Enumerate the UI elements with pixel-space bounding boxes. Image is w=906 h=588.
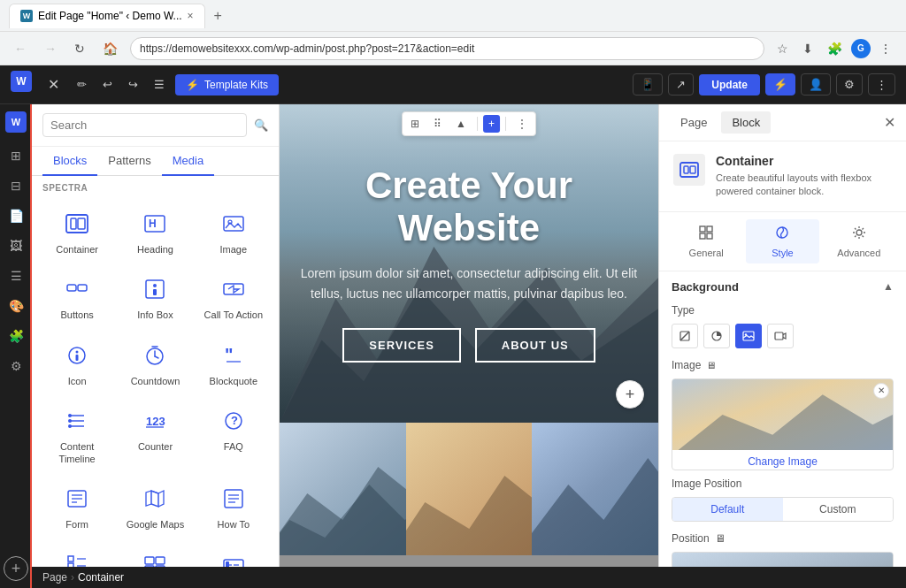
sidebar-icon-widgets[interactable]: ☰ <box>2 262 30 290</box>
settings-button[interactable]: ⚙ <box>836 73 863 95</box>
block-item-timeline[interactable]: Content Timeline <box>39 397 115 474</box>
block-item-countdown[interactable]: Countdown <box>117 332 193 395</box>
svg-rect-8 <box>78 285 87 291</box>
tab-media[interactable]: Media <box>162 147 214 176</box>
back-button[interactable]: ← <box>9 38 32 59</box>
svg-rect-46 <box>690 166 695 173</box>
type-video-button[interactable] <box>767 324 794 348</box>
close-editor-button[interactable]: ✕ <box>41 73 66 96</box>
wp-sidebar-bottom: + <box>4 556 28 581</box>
home-button[interactable]: 🏠 <box>97 38 123 59</box>
address-bar[interactable] <box>130 37 764 60</box>
block-label-countdown: Countdown <box>131 375 180 387</box>
position-custom-button[interactable]: Custom <box>783 498 894 521</box>
wp-admin-logo[interactable]: W <box>5 111 27 133</box>
block-item-form[interactable]: Form <box>39 475 115 538</box>
background-section-header[interactable]: Background ▲ <box>659 271 906 299</box>
browser-tab-bar: W Edit Page "Home" ‹ Demo W... × + <box>0 0 906 32</box>
profile-avatar[interactable]: G <box>851 39 871 58</box>
preview-mobile-button[interactable]: 📱 <box>633 73 663 95</box>
style-tab-advanced[interactable]: Advanced <box>823 219 895 263</box>
style-icon <box>774 225 790 244</box>
position-default-button[interactable]: Default <box>672 498 783 521</box>
block-item-howto[interactable]: How To <box>196 475 272 538</box>
breadcrumb-page-link[interactable]: Page <box>42 571 67 584</box>
block-item-faq[interactable]: ? FAQ <box>196 397 272 474</box>
tab-close-icon[interactable]: × <box>188 10 194 22</box>
hero-about-button[interactable]: ABOUT US <box>475 328 595 363</box>
canvas-more-button[interactable]: ⋮ <box>511 115 533 133</box>
sidebar-icon-pages[interactable]: 📄 <box>2 202 30 230</box>
reload-button[interactable]: ↻ <box>69 38 90 59</box>
list-view-button[interactable]: ☰ <box>149 74 170 95</box>
template-kits-button[interactable]: ⚡ Template Kits <box>175 74 279 95</box>
svg-rect-5 <box>224 217 243 231</box>
panel-close-button[interactable]: ✕ <box>884 114 895 131</box>
tab-blocks[interactable]: Blocks <box>42 147 97 176</box>
general-icon <box>698 225 714 244</box>
block-icon-image <box>218 208 250 240</box>
sidebar-icon-customize[interactable]: 🎨 <box>2 292 30 320</box>
block-item-cta[interactable]: Call To Action <box>196 265 272 329</box>
add-new-button[interactable]: + <box>4 556 28 581</box>
canvas-add-section-button[interactable]: + <box>616 380 644 409</box>
block-icon-heading: H <box>139 208 171 240</box>
tab-patterns[interactable]: Patterns <box>97 147 161 176</box>
remove-image-button[interactable]: ✕ <box>873 383 889 399</box>
block-label-cta: Call To Action <box>204 309 263 321</box>
sidebar-icon-media[interactable]: 🖼 <box>2 232 30 260</box>
blocks-search-input[interactable] <box>42 113 247 137</box>
svg-line-53 <box>680 332 689 340</box>
position-toggle: Default Custom <box>672 497 894 522</box>
change-image-button[interactable]: Change Image <box>672 450 893 470</box>
brush-tool-button[interactable]: ✏ <box>72 74 92 95</box>
downloads-button[interactable]: ⬇ <box>797 38 818 59</box>
sidebar-icon-settings[interactable]: ⚙ <box>2 352 30 380</box>
block-item-counter[interactable]: 123 Counter <box>117 397 193 474</box>
update-button[interactable]: Update <box>699 74 760 95</box>
block-item-buttons[interactable]: Buttons <box>39 265 115 329</box>
style-tab-style[interactable]: Style <box>746 219 818 263</box>
type-image-button[interactable] <box>735 324 762 348</box>
hero-subtitle: Lorem ipsum dolor sit amet, consectetur … <box>297 263 641 303</box>
canvas-arrow-up[interactable]: ▲ <box>450 115 472 133</box>
redo-button[interactable]: ↪ <box>123 74 143 95</box>
image-field-label: Image <box>672 359 701 371</box>
active-browser-tab[interactable]: W Edit Page "Home" ‹ Demo W... × <box>9 4 205 28</box>
svg-rect-30 <box>156 557 165 564</box>
block-item-blockquote[interactable]: " Blockquote <box>196 332 272 395</box>
sidebar-icon-dashboard[interactable]: ⊞ <box>2 141 30 170</box>
sidebar-icon-plugins[interactable]: 🧩 <box>2 322 30 350</box>
advanced-icon <box>851 225 867 244</box>
menu-button[interactable]: ⋮ <box>874 38 897 59</box>
sidebar-icon-blocks[interactable]: ⊟ <box>2 172 30 200</box>
svg-text:H: H <box>149 218 157 230</box>
canvas-view-toggle[interactable]: ⊞ <box>405 115 425 133</box>
block-item-heading[interactable]: H Heading <box>117 200 193 263</box>
block-name: Container <box>716 154 892 168</box>
type-none-button[interactable] <box>672 324 698 348</box>
undo-button[interactable]: ↩ <box>97 74 118 95</box>
wp-logo[interactable]: W <box>11 71 32 92</box>
hero-services-button[interactable]: SERVICES <box>342 328 461 363</box>
block-item-icon[interactable]: Icon <box>39 332 115 395</box>
tab-page[interactable]: Page <box>670 111 718 134</box>
canvas-plus-button[interactable]: + <box>483 115 500 133</box>
block-item-image[interactable]: Image <box>196 200 272 263</box>
style-tab-general[interactable]: General <box>670 219 742 263</box>
new-tab-button[interactable]: + <box>209 6 227 26</box>
style-tab-style-label: Style <box>772 248 793 258</box>
canvas-drag-handle[interactable]: ⠿ <box>428 115 447 133</box>
type-color-button[interactable] <box>703 324 730 348</box>
more-button[interactable]: ⋮ <box>868 73 895 95</box>
user-button[interactable]: 👤 <box>801 73 831 95</box>
tab-block[interactable]: Block <box>721 111 771 134</box>
external-link-button[interactable]: ↗ <box>668 73 694 95</box>
block-item-maps[interactable]: Google Maps <box>117 475 193 538</box>
spectra-button[interactable]: ⚡ <box>765 73 795 95</box>
extensions-button[interactable]: 🧩 <box>822 38 848 59</box>
block-item-container[interactable]: Container <box>39 200 115 263</box>
block-item-infobox[interactable]: Info Box <box>117 265 193 329</box>
forward-button[interactable]: → <box>39 38 62 59</box>
bookmark-button[interactable]: ☆ <box>772 38 794 59</box>
